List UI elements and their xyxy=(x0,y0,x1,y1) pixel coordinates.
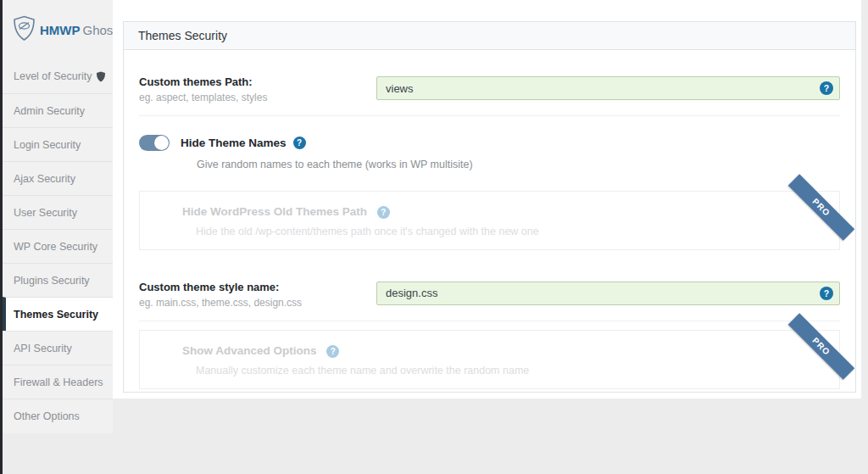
pro-feature-description: Hide the old /wp-content/themes path onc… xyxy=(196,226,839,237)
security-level-shield-icon xyxy=(96,71,106,82)
custom-style-name-input[interactable] xyxy=(376,282,840,305)
settings-main-panel: Themes Security Custom themes Path: eg. … xyxy=(113,0,861,399)
custom-themes-path-row: Custom themes Path: eg. aspect, template… xyxy=(139,50,840,116)
pro-feature-label: Show Advanced Options xyxy=(182,344,839,358)
field-label: Custom themes Path: xyxy=(139,75,376,88)
toggle-knob xyxy=(154,136,169,150)
sidebar-item-label: WP Core Security xyxy=(14,241,97,253)
sidebar-item-wp-core-security[interactable]: WP Core Security xyxy=(3,229,113,263)
sidebar-item-other-options[interactable]: Other Options xyxy=(3,399,113,432)
sidebar-item-label: Plugins Security xyxy=(14,275,90,287)
sidebar-item-plugins-security[interactable]: Plugins Security xyxy=(3,263,113,297)
pro-feature-label: Hide WordPress Old Themes Path xyxy=(182,205,839,219)
show-advanced-options-pro-box: Show Advanced Options Manually customize… xyxy=(139,330,840,389)
brand-name-bold: HMWP xyxy=(40,23,81,37)
pro-feature-description: Manually customize each theme name and o… xyxy=(196,365,839,376)
sidebar-item-label: Level of Security xyxy=(14,70,92,82)
sidebar-item-label: Ajax Security xyxy=(14,173,75,185)
sidebar-item-label: Firewall & Headers xyxy=(14,376,103,388)
field-label: Custom theme style name: xyxy=(139,281,376,293)
card-title: Themes Security xyxy=(124,22,855,50)
field-hint: eg. main.css, theme.css, design.css xyxy=(139,297,376,309)
sidebar-item-api-security[interactable]: API Security xyxy=(3,331,113,365)
help-icon[interactable] xyxy=(820,81,833,95)
sidebar-item-ajax-security[interactable]: Ajax Security xyxy=(3,161,113,195)
toggle-description: Give random names to each theme (works i… xyxy=(197,159,840,170)
hide-theme-names-toggle[interactable] xyxy=(139,135,170,151)
custom-style-name-row: Custom theme style name: eg. main.css, t… xyxy=(139,260,840,321)
sidebar-item-label: Themes Security xyxy=(14,309,98,321)
sidebar-item-label: Other Options xyxy=(14,410,80,422)
sidebar-item-user-security[interactable]: User Security xyxy=(3,195,113,229)
sidebar-item-label: API Security xyxy=(14,343,72,354)
sidebar-item-level-of-security[interactable]: Level of Security xyxy=(3,59,113,93)
toggle-label: Hide Theme Names xyxy=(181,137,287,149)
custom-themes-path-labels: Custom themes Path: eg. aspect, template… xyxy=(139,75,376,103)
sidebar-item-firewall-headers[interactable]: Firewall & Headers xyxy=(3,365,113,399)
sidebar-item-themes-security[interactable]: Themes Security xyxy=(3,297,113,331)
hmwp-shield-logo-icon xyxy=(13,15,36,45)
sidebar-item-admin-security[interactable]: Admin Security xyxy=(3,93,113,127)
sidebar-item-label: Login Security xyxy=(14,139,81,151)
hide-old-themes-path-pro-box: Hide WordPress Old Themes Path Hide the … xyxy=(139,191,840,250)
brand-name-light: Ghost xyxy=(83,23,117,37)
field-hint: eg. aspect, templates, styles xyxy=(139,92,376,103)
sidebar-item-label: Admin Security xyxy=(14,105,85,117)
custom-themes-path-input-wrap xyxy=(376,76,840,100)
help-icon[interactable] xyxy=(820,287,833,300)
help-icon[interactable] xyxy=(293,137,306,149)
card-body: Custom themes Path: eg. aspect, template… xyxy=(124,50,855,389)
help-icon xyxy=(377,206,390,219)
hide-theme-names-toggle-line: Hide Theme Names xyxy=(139,135,840,151)
custom-style-name-input-wrap xyxy=(376,282,840,305)
plugin-logo: HMWP Ghost xyxy=(3,0,113,59)
sidebar-item-login-security[interactable]: Login Security xyxy=(3,127,113,161)
plugin-sidebar: HMWP Ghost Level of Security Admin Secur… xyxy=(3,0,113,433)
themes-security-card: Themes Security Custom themes Path: eg. … xyxy=(123,21,856,393)
custom-themes-path-input[interactable] xyxy=(376,76,840,100)
sidebar-item-label: User Security xyxy=(14,207,77,219)
hide-theme-names-row: Hide Theme Names Give random names to ea… xyxy=(139,116,840,182)
help-icon xyxy=(326,345,339,358)
custom-style-name-labels: Custom theme style name: eg. main.css, t… xyxy=(139,281,376,309)
